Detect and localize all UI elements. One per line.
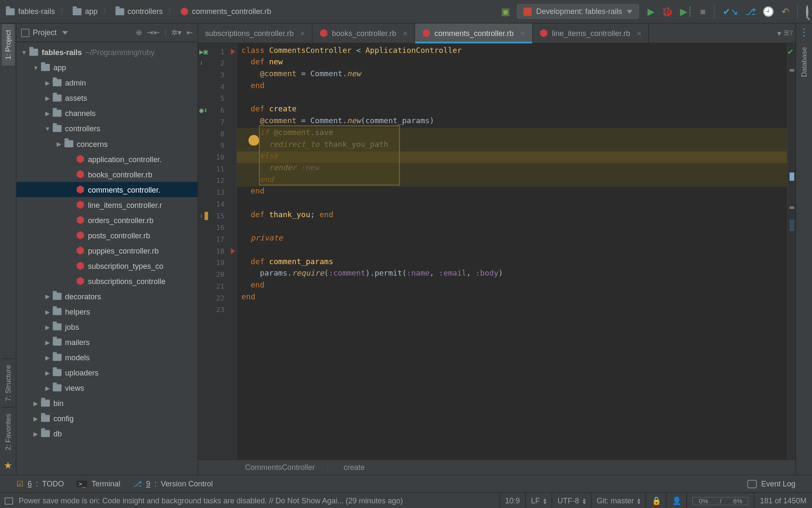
history-button[interactable]: 🕘 [763,6,774,17]
breadcrumb-class[interactable]: CommentsController [245,463,315,472]
chevron-right-icon: 〉 [102,6,110,17]
tree-file[interactable]: subscription_types_co [16,258,198,273]
code-editor[interactable]: class CommentsController < ApplicationCo… [237,44,787,460]
terminal-tool-button[interactable]: >_Terminal [77,479,121,488]
tree-file-selected[interactable]: comments_controller. [16,182,198,197]
vcs-button[interactable]: ⎇ [745,6,756,17]
stripe-mark[interactable] [790,69,794,72]
breakpoint-marker[interactable] [231,49,235,55]
close-icon[interactable]: × [403,28,407,38]
override-gutter-icon[interactable]: ●⬇ [199,106,208,114]
encoding-selector[interactable]: UTF-8▴▾ [551,493,591,508]
cursor-position[interactable]: 10:9 [499,493,525,508]
line-separator-selector[interactable]: LF▴▾ [525,493,552,508]
tree-node-project[interactable]: ▼fables-rails~/Programming/ruby [16,44,198,60]
favorites-tool-tab[interactable]: 2: Favorites [1,407,14,456]
status-message[interactable]: Power save mode is on: Code insight and … [13,497,499,505]
intention-bulb-icon[interactable] [249,135,259,146]
close-icon[interactable]: × [520,28,525,38]
breadcrumb-item[interactable]: comments_controller.rb [178,6,274,17]
tree-node[interactable]: ▶decorators [16,289,198,304]
editor-tab[interactable]: subscriptions_controller.rb× [198,23,313,43]
tree-node[interactable]: ▶views [16,380,198,395]
override-gutter-icon[interactable]: ⬇ [199,212,208,220]
breadcrumb-item[interactable]: fables-rails [3,6,57,17]
tree-file[interactable]: subscriptions_controlle [16,273,198,289]
background-tasks[interactable]: 0% / 6% [687,493,754,508]
tree-node[interactable]: ▶channels [16,105,198,121]
tree-file[interactable]: application_controller. [16,152,198,167]
version-control-tool-button[interactable]: ⎇9: Version Control [133,479,213,488]
inspections-ok-icon[interactable]: ✔ [787,47,794,56]
tree-node[interactable]: ▶assets [16,90,198,105]
stripe-mark[interactable] [790,207,794,209]
tree-node[interactable]: ▶uploaders [16,365,198,380]
project-tool-tab[interactable]: 1: Project [1,23,14,65]
todo-tool-button[interactable]: ☑6: TODO [16,479,64,488]
close-icon[interactable]: × [637,28,642,38]
memory-indicator[interactable]: 181 of 1450M [754,493,812,508]
folder-icon [73,8,82,15]
editor-tabs-actions[interactable]: ▾☰7 [777,23,796,43]
run-actions: ▶ 🐞 ▶┊ ■ ✔↘ ⎇ 🕘 ↶ [647,5,809,18]
tree-file[interactable]: orders_controller.rb [16,213,198,228]
breadcrumb-item[interactable]: app [70,6,100,17]
revert-button[interactable]: ↶ [782,6,789,17]
error-stripe[interactable]: ✔ [787,44,795,460]
structure-tool-tab[interactable]: 7: Structure [1,359,14,407]
tree-node[interactable]: ▶mailers [16,334,198,350]
layout-icon[interactable]: ▣ [501,6,510,17]
breadcrumb-item[interactable]: controllers [113,6,165,17]
tree-node[interactable]: ▶bin [16,395,198,411]
tree-node[interactable]: ▶db [16,426,198,441]
tree-file[interactable]: posts_controller.rb [16,228,198,243]
run-configuration-selector[interactable]: Development: fables-rails [517,4,639,19]
tree-node[interactable]: ▶jobs [16,319,198,334]
editor-tabs: subscriptions_controller.rb× books_contr… [198,23,795,43]
locate-button[interactable]: ⊕ [136,28,142,37]
power-save-indicator[interactable]: 👤 [666,493,687,508]
run-gutter-icon[interactable]: ▶▣ [199,47,208,55]
git-branch-selector[interactable]: Git: master▴▾ [591,493,646,508]
tree-file[interactable]: line_items_controller.r [16,197,198,213]
tree-node[interactable]: ▼controllers [16,121,198,136]
update-project-button[interactable]: ✔↘ [723,6,738,17]
override-gutter-icon[interactable]: ⬇ [199,59,203,67]
project-tree[interactable]: ▼fables-rails~/Programming/ruby ▼app ▶ad… [16,42,198,475]
hide-button[interactable]: ⇤ [187,28,193,37]
tool-windows-toggle[interactable] [5,497,13,505]
tree-node[interactable]: ▶models [16,350,198,365]
editor-gutter[interactable]: ▶▣1 ⬇2 3 4 5 ●⬇6 7 8 9 10 11 12 13 14 ⬇ … [198,44,236,460]
tabs-dropdown-icon[interactable]: ▾ [777,29,782,38]
project-view-selector[interactable]: Project [21,28,130,37]
event-log-button[interactable]: Event Log [748,479,796,488]
run-coverage-button[interactable]: ▶┊ [680,6,693,17]
collapse-button[interactable]: ⇥⇤ [147,28,159,37]
breadcrumb-method[interactable]: create [343,463,365,472]
tree-file[interactable]: books_controller.rb [16,167,198,182]
debug-button[interactable]: 🐞 [661,6,673,17]
tree-node[interactable]: ▶config [16,411,198,426]
editor-tab[interactable]: line_items_controller.rb× [532,23,649,43]
tree-file[interactable]: puppies_controller.rb [16,243,198,258]
close-icon[interactable]: × [300,28,305,38]
editor-tab[interactable]: books_controller.rb× [313,23,415,43]
stripe-mark[interactable] [790,172,794,180]
tree-node[interactable]: ▶concerns [16,136,198,152]
run-button[interactable]: ▶ [647,6,655,17]
search-button[interactable] [806,6,809,17]
left-tool-stripe: 1: Project 7: Structure 2: Favorites ★ [0,23,16,475]
separator [714,5,714,18]
settings-button[interactable]: ✲▾ [171,28,182,37]
tree-node[interactable]: ▶helpers [16,304,198,319]
breakpoint-marker[interactable] [231,248,235,254]
database-icon: ●●● [803,23,805,41]
stripe-mark[interactable] [790,219,794,231]
read-only-toggle[interactable]: 🔒 [646,493,667,508]
tree-node[interactable]: ▶admin [16,75,198,90]
tree-node[interactable]: ▼app [16,60,198,75]
stop-button[interactable]: ■ [700,6,705,17]
editor-breadcrumbs: CommentsController 〉 create [198,459,795,475]
editor-tab-active[interactable]: comments_controller.rb× [415,23,533,43]
database-tool-tab[interactable]: Database [798,41,810,83]
